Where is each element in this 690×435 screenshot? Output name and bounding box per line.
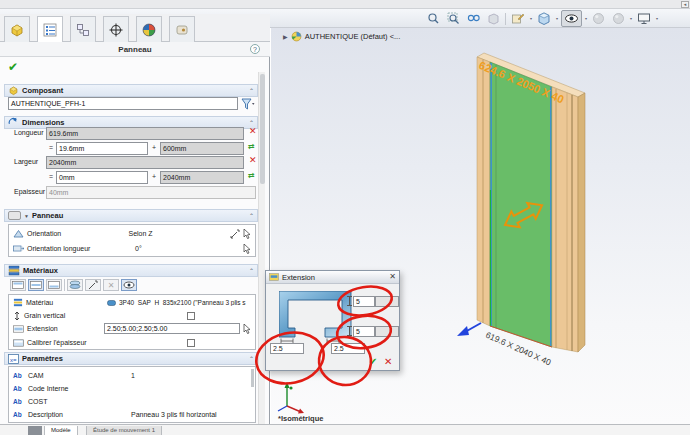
parametres-group-header[interactable]: x= Paramètres ⌃ <box>4 352 258 365</box>
parametres-scrollbar[interactable] <box>251 369 254 387</box>
screen-icon[interactable] <box>635 11 653 26</box>
largeur-total-field[interactable]: 2040mm <box>46 156 244 169</box>
longueur-base-field[interactable]: 600mm <box>160 142 244 155</box>
longueur-flip-icon[interactable]: ⇄ <box>248 142 254 151</box>
param-value[interactable]: Panneau 3 plis fil horizontal <box>131 411 251 418</box>
help-icon[interactable]: ? <box>250 44 260 54</box>
composant-collapse-icon[interactable]: ⌃ <box>249 87 254 94</box>
grain-vertical-checkbox[interactable] <box>187 312 195 320</box>
tree-item-label[interactable]: AUTHENTIQUE (Défaut) <... <box>305 32 401 41</box>
pm-tab-displaymanager[interactable] <box>136 16 162 42</box>
longueur-eq-sign: = <box>49 144 53 151</box>
largeur-label: Largeur <box>14 158 38 165</box>
panel-bottom-layer-icon[interactable] <box>46 279 62 291</box>
calibrer-row[interactable]: Calibrer l'épaisseur <box>9 336 255 349</box>
panel-top-layer-icon[interactable] <box>10 279 26 291</box>
param-name: Description <box>28 411 128 418</box>
grain-vertical-row[interactable]: Grain vertical <box>9 309 255 322</box>
edit-material-icon[interactable] <box>85 279 101 291</box>
materiaux-collapse-icon[interactable]: ⌃ <box>249 267 254 274</box>
extension-dialog[interactable]: Extension ✕ 5 5 2.5 2.5 ✔ ✕ <box>265 270 400 371</box>
orientation-row[interactable]: Orientation Selon Z <box>9 227 255 240</box>
largeur-clear-icon[interactable]: ✕ <box>249 155 257 165</box>
parametres-collapse-icon[interactable]: ⌃ <box>249 355 254 362</box>
tab-scroll-buttons[interactable] <box>28 426 42 435</box>
param-row-epaisseur-parement[interactable]: Ab Epaisseur parement 8 <box>9 421 255 423</box>
parametres-rows-box: Ab CAM 1 Ab Code Interne Ab COST Ab Desc… <box>8 366 256 423</box>
pm-scrollbar-thumb[interactable] <box>260 74 265 184</box>
zoom-fit-icon[interactable] <box>445 11 462 26</box>
display-style-caret[interactable]: ▾ <box>585 16 587 21</box>
panel-left-stile[interactable] <box>477 57 490 326</box>
materiau-row[interactable]: Matériau 3P40_SAP_H_835x2100 ("Panneau 3… <box>9 296 255 309</box>
extension-top-input[interactable]: 5 <box>353 296 375 307</box>
panneau-group-header[interactable]: ▼ Panneau ⌃ <box>4 209 258 222</box>
panneau-collapse-icon[interactable]: ⌃ <box>249 212 254 219</box>
param-value[interactable]: 1 <box>131 372 251 379</box>
pm-tab-propertymanager[interactable] <box>37 16 63 43</box>
param-row-code-interne[interactable]: Ab Code Interne <box>9 382 255 395</box>
panel-core-layer-icon[interactable] <box>28 279 44 291</box>
largeur-base-field[interactable]: 2040mm <box>160 171 244 184</box>
longueur-label: Longueur <box>14 129 44 136</box>
zoom-area-icon[interactable] <box>425 11 442 26</box>
orientation-longueur-row[interactable]: Orientation longueur 0° <box>9 242 255 255</box>
largeur-offset-input[interactable]: 0mm <box>56 171 148 184</box>
panel-3d-model[interactable]: 624.6 X 2050 X 40 619.6 X 2040 X 40 <box>455 40 605 385</box>
laminate-stack-icon[interactable] <box>67 279 83 291</box>
longueur-total-field[interactable]: 619.6mm <box>46 127 244 140</box>
largeur-flip-icon[interactable]: ⇄ <box>248 171 254 180</box>
extension-dialog-title: Extension <box>282 273 386 282</box>
extension-input[interactable]: 2.50;5.00;2.50;5.00 <box>104 323 240 334</box>
filter-icon[interactable] <box>241 97 255 115</box>
tab-etude-mouvement[interactable]: Étude de mouvement 1 <box>86 426 162 435</box>
material-visibility-icon[interactable] <box>121 279 137 291</box>
view-orientation-icon[interactable] <box>535 11 553 27</box>
param-row-description[interactable]: Ab Description Panneau 3 plis fil horizo… <box>9 408 255 421</box>
extension-dialog-titlebar[interactable]: Extension ✕ <box>266 271 399 284</box>
extension-dialog-close-icon[interactable]: ✕ <box>389 272 396 282</box>
edit-appearance-icon[interactable] <box>509 11 527 27</box>
pm-tab-swood[interactable] <box>169 16 195 42</box>
tab-modele[interactable]: Modèle <box>44 426 78 435</box>
orientation-longueur-value[interactable]: 0° <box>135 245 240 252</box>
screen-caret[interactable]: ▾ <box>656 16 658 21</box>
composant-input[interactable]: AUTHENTIQUE_PFH-1 <box>8 97 238 110</box>
extension-row[interactable]: Extension 2.50;5.00;2.50;5.00 <box>9 322 255 335</box>
pm-tab-configurations[interactable] <box>70 16 96 42</box>
panneau-dropdown-icon[interactable]: ▼ <box>24 213 29 219</box>
extension-ok-button[interactable]: ✔ <box>369 356 377 367</box>
composant-group-header[interactable]: Composant ⌃ <box>4 84 258 97</box>
edit-appearance-caret[interactable]: ▾ <box>530 16 532 21</box>
delete-material-icon[interactable]: ✕ <box>103 279 119 291</box>
calibrer-checkbox[interactable] <box>187 339 195 347</box>
materiaux-group-header[interactable]: Matériaux ⌃ <box>4 264 258 277</box>
orientation-value[interactable]: Selon Z <box>129 230 228 237</box>
longueur-clear-icon[interactable]: ✕ <box>249 126 257 136</box>
param-row-cost[interactable]: Ab COST <box>9 395 255 408</box>
view-settings-caret[interactable]: ▾ <box>630 16 632 21</box>
orientation-longueur-cursor-icon <box>243 244 251 254</box>
param-row-cam[interactable]: Ab CAM 1 <box>9 369 255 382</box>
extension-right-input[interactable]: 5 <box>353 326 375 337</box>
pane-collapse-button[interactable]: ◂ <box>681 1 689 8</box>
pm-tab-dimxpert[interactable] <box>103 16 129 42</box>
extension-top-secondary-field <box>375 296 399 307</box>
pm-tab-featuremanager[interactable] <box>4 16 30 42</box>
orientation-flip-icon[interactable] <box>230 229 240 239</box>
extension-cursor-icon <box>243 324 251 334</box>
extension-bottom-mid-input[interactable]: 2.5 <box>331 343 365 354</box>
section-view-icon[interactable] <box>465 11 482 26</box>
pm-scrollbar[interactable] <box>258 72 265 424</box>
extension-cancel-button[interactable]: ✕ <box>384 356 392 367</box>
materiau-value[interactable]: 3P40_SAP_H_835x2100 ("Panneau 3 plis s <box>119 299 251 306</box>
pm-ok-button[interactable]: ✔ <box>8 60 18 74</box>
dimensions-collapse-icon[interactable]: ⌃ <box>249 119 254 126</box>
view-orientation-caret[interactable]: ▾ <box>556 16 558 21</box>
flyout-tree-item[interactable]: ▶ AUTHENTIQUE (Défaut) <... <box>283 31 400 42</box>
tree-expand-icon[interactable]: ▶ <box>283 33 288 40</box>
display-style-icon[interactable] <box>561 10 582 27</box>
param-ab-icon: Ab <box>13 411 25 418</box>
extension-bottom-left-input[interactable]: 2.5 <box>270 343 304 354</box>
longueur-offset-input[interactable]: 19.6mm <box>56 142 148 155</box>
